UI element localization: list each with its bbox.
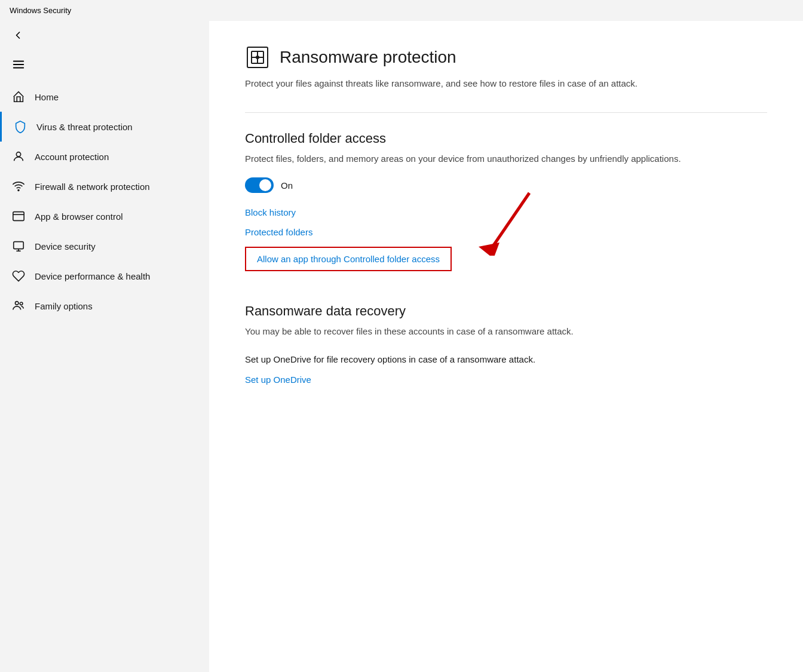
browser-icon	[12, 210, 25, 223]
toggle-label: On	[281, 180, 293, 191]
sidebar-label-account: Account protection	[35, 152, 109, 162]
svg-rect-7	[14, 242, 24, 249]
controlled-folder-toggle[interactable]	[245, 177, 274, 193]
menu-button[interactable]	[0, 50, 209, 82]
svg-point-9	[16, 302, 19, 305]
svg-point-4	[18, 190, 19, 191]
controlled-folder-section: Controlled folder access Protect files, …	[245, 131, 767, 286]
svg-point-3	[16, 152, 20, 157]
sidebar-item-account[interactable]: Account protection	[0, 142, 209, 171]
heart-icon	[12, 269, 25, 283]
sidebar-label-family: Family options	[35, 301, 93, 311]
title-bar: Windows Security	[0, 0, 803, 21]
ransomware-recovery-section: Ransomware data recovery You may be able…	[245, 303, 767, 385]
ransomware-icon	[245, 45, 270, 70]
shield-icon	[14, 120, 27, 133]
setup-onedrive-link[interactable]: Set up OneDrive	[245, 375, 767, 385]
sidebar-label-devicehealth: Device performance & health	[35, 271, 150, 281]
sidebar-item-family[interactable]: Family options	[0, 291, 209, 321]
svg-point-15	[256, 56, 259, 59]
sidebar-item-home[interactable]: Home	[0, 82, 209, 112]
red-arrow-annotation	[446, 190, 541, 256]
protected-folders-link[interactable]: Protected folders	[245, 227, 767, 237]
svg-rect-5	[13, 212, 24, 221]
sidebar: Home Virus & threat protection Account p…	[0, 21, 209, 672]
app-title: Windows Security	[10, 6, 71, 15]
svg-point-10	[20, 302, 23, 305]
sidebar-label-firewall: Firewall & network protection	[35, 182, 150, 192]
toggle-row: On	[245, 177, 767, 193]
sidebar-label-virus: Virus & threat protection	[36, 122, 133, 132]
home-icon	[12, 90, 25, 103]
sidebar-item-firewall[interactable]: Firewall & network protection	[0, 171, 209, 201]
section-divider-1	[245, 112, 767, 113]
svg-line-16	[491, 193, 529, 250]
block-history-link[interactable]: Block history	[245, 207, 767, 217]
controlled-folder-description: Protect files, folders, and memory areas…	[245, 152, 767, 166]
controlled-folder-title: Controlled folder access	[245, 131, 767, 146]
page-title: Ransomware protection	[280, 48, 456, 67]
page-header: Ransomware protection	[245, 45, 767, 70]
sidebar-label-appbrowser: App & browser control	[35, 211, 123, 222]
allow-app-link[interactable]: Allow an app through Controlled folder a…	[245, 247, 452, 271]
wifi-icon	[12, 180, 25, 193]
sidebar-item-virus[interactable]: Virus & threat protection	[0, 112, 209, 142]
page-description: Protect your files against threats like …	[245, 77, 767, 91]
sidebar-label-home: Home	[35, 92, 59, 102]
back-button[interactable]	[0, 21, 209, 50]
sidebar-label-devicesecurity: Device security	[35, 241, 96, 251]
recovery-setup-text: Set up OneDrive for file recovery option…	[245, 353, 767, 367]
svg-marker-17	[479, 243, 499, 256]
person-icon	[12, 150, 25, 163]
sidebar-item-devicesecurity[interactable]: Device security	[0, 231, 209, 261]
device-icon	[12, 240, 25, 253]
recovery-title: Ransomware data recovery	[245, 303, 767, 319]
sidebar-item-appbrowser[interactable]: App & browser control	[0, 201, 209, 231]
hamburger-icon	[12, 58, 25, 71]
family-icon	[12, 299, 25, 312]
main-content: Ransomware protection Protect your files…	[209, 21, 803, 672]
recovery-description: You may be able to recover files in thes…	[245, 325, 767, 339]
sidebar-item-devicehealth[interactable]: Device performance & health	[0, 261, 209, 291]
back-icon	[12, 29, 24, 41]
